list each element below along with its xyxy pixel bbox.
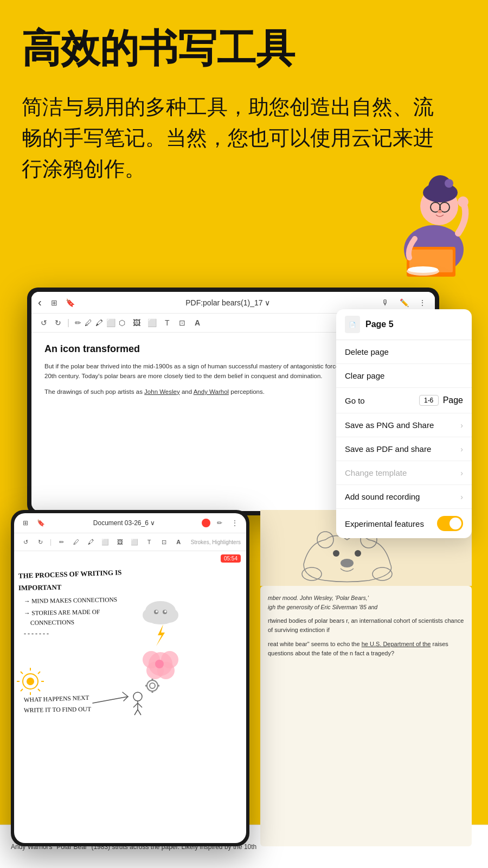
- svg-point-65: [373, 567, 392, 580]
- svg-point-32: [133, 692, 142, 701]
- svg-text:→ STORIES ARE MADE OF: → STORIES ARE MADE OF: [24, 609, 100, 616]
- font-tool[interactable]: A: [191, 317, 203, 329]
- small-text[interactable]: T: [143, 536, 155, 548]
- menu-item-pdf-label: Save as PDF and share: [345, 444, 431, 454]
- chevron-icon: ›: [460, 421, 463, 430]
- dept-link[interactable]: he U.S. Department of the: [362, 641, 431, 647]
- page-label: Page 5: [365, 320, 394, 329]
- menu-item-goto-label: Go to: [345, 396, 365, 405]
- drawing-tools: ✏ 🖊 🖍 ⬜ ⬡: [75, 318, 125, 327]
- header-section: 高效的书写工具 简洁与易用的多种工具，助您创造出自然、流畅的手写笔记。当然，您也…: [0, 0, 488, 184]
- image-tool[interactable]: 🖼: [131, 317, 143, 329]
- page-title: 高效的书写工具: [22, 27, 466, 70]
- small-eraser[interactable]: ⬜: [99, 536, 111, 548]
- menu-item-clear-page[interactable]: Clear page: [336, 364, 472, 388]
- undo-button[interactable]: ↺: [38, 317, 50, 329]
- highlighter-tool[interactable]: 🖍: [95, 318, 103, 327]
- svg-line-26: [21, 672, 23, 674]
- svg-point-54: [150, 683, 155, 688]
- svg-line-34: [133, 703, 138, 707]
- menu-item-change-template[interactable]: Change template ›: [336, 461, 472, 485]
- menu-item-save-pdf[interactable]: Save as PDF and share ›: [336, 437, 472, 461]
- svg-line-36: [134, 710, 138, 715]
- chevron-sound-icon: ›: [460, 493, 463, 501]
- svg-text:- - - - - - -: - - - - - - -: [24, 630, 49, 637]
- goto-input[interactable]: [419, 395, 439, 406]
- bear-caption: mber mood. John Wesley, 'Polar Bears,' i…: [268, 593, 464, 612]
- svg-point-10: [438, 210, 442, 213]
- menu-item-experimental-label: Experimental features: [345, 519, 424, 528]
- text-tool[interactable]: T: [161, 317, 173, 329]
- svg-text:IMPORTANT: IMPORTANT: [18, 583, 62, 592]
- small-hl[interactable]: 🖍: [85, 536, 97, 548]
- svg-line-29: [21, 689, 23, 691]
- ink-tool[interactable]: 🖊: [85, 318, 92, 327]
- bottom-doc: mber mood. John Wesley, 'Polar Bears,' i…: [260, 586, 472, 846]
- small-redo[interactable]: ↻: [34, 536, 46, 548]
- character-illustration: [380, 163, 488, 282]
- svg-text:→ MIND MAKES CONNECTIONS: → MIND MAKES CONNECTIONS: [24, 596, 117, 604]
- andy-warhol-link[interactable]: Andy Warhol: [194, 388, 229, 395]
- menu-item-sound-label: Add sound recording: [345, 492, 420, 501]
- menu-item-experimental[interactable]: Experimental features: [336, 509, 472, 538]
- svg-point-53: [147, 680, 158, 691]
- svg-point-62: [355, 550, 361, 557]
- menu-item-delete-page[interactable]: Delete page: [336, 340, 472, 364]
- small-doc-title[interactable]: Document 03-26_6 ∨: [50, 519, 198, 527]
- svg-point-64: [302, 567, 322, 580]
- small-textbox[interactable]: ⬜: [129, 536, 140, 548]
- svg-line-35: [138, 703, 142, 707]
- small-bookmark-icon[interactable]: 🔖: [35, 517, 47, 529]
- lasso-tool[interactable]: ⬡: [119, 318, 125, 327]
- menu-item-goto[interactable]: Go to Page: [336, 388, 472, 413]
- small-font[interactable]: A: [172, 536, 184, 548]
- back-button[interactable]: ‹: [38, 296, 42, 309]
- menu-item-sound-recording[interactable]: Add sound recording ›: [336, 485, 472, 509]
- mic-icon[interactable]: 🎙: [380, 297, 391, 309]
- small-undo[interactable]: ↺: [20, 536, 31, 548]
- small-image[interactable]: 🖼: [114, 536, 126, 548]
- bookmark-icon[interactable]: 🔖: [65, 297, 76, 309]
- recording-dot: [202, 519, 210, 527]
- john-wesley-link[interactable]: John Wesley: [144, 388, 180, 395]
- menu-item-delete-label: Delete page: [345, 347, 389, 356]
- subtitle-text: 简洁与易用的多种工具，助您创造出自然、流畅的手写笔记。当然，您也可以使用云记来进…: [22, 92, 434, 184]
- menu-item-png-label: Save as PNG and Share: [345, 420, 434, 430]
- menu-item-save-png[interactable]: Save as PNG and Share ›: [336, 413, 472, 437]
- goto-controls: Page: [419, 395, 463, 406]
- svg-text:THE PROCESS OF WRITING IS: THE PROCESS OF WRITING IS: [18, 568, 122, 580]
- svg-point-11: [458, 196, 468, 207]
- svg-point-61: [333, 550, 339, 557]
- small-pencil[interactable]: ✏: [55, 536, 67, 548]
- page-suffix: Page: [443, 395, 463, 405]
- document-title[interactable]: PDF:polar bears(1)_17 ∨: [81, 298, 375, 307]
- svg-line-28: [38, 672, 40, 674]
- small-grid-icon[interactable]: ⊞: [20, 517, 31, 529]
- more-icon[interactable]: ⋮: [416, 297, 428, 309]
- menu-header: 📄 Page 5: [336, 309, 472, 340]
- small-ink[interactable]: 🖊: [70, 536, 82, 548]
- context-menu: 📄 Page 5 Delete page Clear page Go to Pa…: [336, 309, 472, 538]
- undo-redo-group: ↺ ↻: [38, 317, 64, 329]
- para-white-bear: reat white bear" seems to echo the he U.…: [268, 640, 464, 659]
- svg-point-13: [408, 266, 438, 273]
- small-crop[interactable]: ⊡: [158, 536, 170, 548]
- document-tools: 🖼 ⬜ T ⊡ A: [131, 317, 203, 329]
- text-box-tool[interactable]: ⬜: [146, 317, 158, 329]
- pencil-tool[interactable]: ✏: [75, 318, 81, 327]
- redo-button[interactable]: ↻: [52, 317, 64, 329]
- svg-point-21: [27, 678, 34, 685]
- small-sub-toolbar: ↺ ↻ | ✏ 🖊 🖍 ⬜ 🖼 ⬜ T ⊡ A Strokes, Highlig…: [14, 533, 246, 551]
- pen-icon[interactable]: ✏️: [398, 297, 410, 309]
- crop-tool[interactable]: ⊡: [176, 317, 188, 329]
- strokes-label: Strokes, Highlighters: [191, 539, 241, 545]
- svg-text:WHAT HAPPENS NEXT: WHAT HAPPENS NEXT: [24, 694, 89, 703]
- chevron-template-icon: ›: [460, 469, 463, 477]
- eraser-tool[interactable]: ⬜: [106, 318, 115, 327]
- experimental-toggle[interactable]: [437, 516, 463, 531]
- small-more-icon[interactable]: ⋮: [229, 517, 241, 529]
- svg-line-37: [138, 710, 141, 715]
- grid-icon[interactable]: ⊞: [48, 297, 60, 309]
- menu-item-clear-label: Clear page: [345, 371, 384, 380]
- small-pen-icon[interactable]: ✏: [214, 517, 226, 529]
